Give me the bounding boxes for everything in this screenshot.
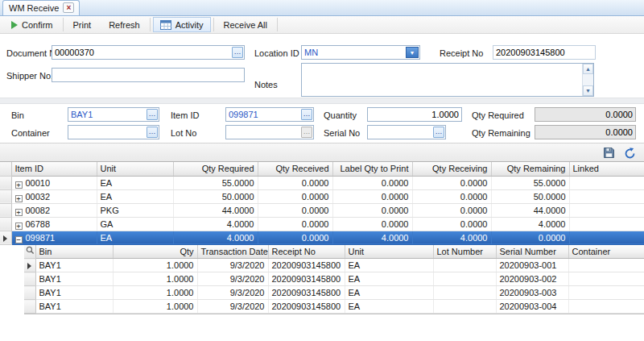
col-qty-received[interactable]: Qty Received xyxy=(258,162,332,176)
col-qty-remaining[interactable]: Qty Remaining xyxy=(491,162,569,176)
transactions-grid-cell[interactable]: BAY1 xyxy=(35,286,113,300)
items-grid-cell[interactable]: 4.0000 xyxy=(412,231,491,244)
items-grid-cell[interactable] xyxy=(569,189,644,203)
expand-icon[interactable]: + xyxy=(15,209,23,216)
subcol-unit[interactable]: Unit xyxy=(345,245,433,259)
row-indicator[interactable] xyxy=(0,217,11,231)
transactions-grid-cell[interactable]: BAY1 xyxy=(35,272,113,286)
notes-scrollbar[interactable]: ▲ ▼ xyxy=(582,64,593,96)
items-grid-cell[interactable]: 0.0000 xyxy=(412,217,491,231)
col-label-qty-to-print[interactable]: Label Qty to Print xyxy=(332,162,412,176)
items-grid-cell[interactable]: +00082 xyxy=(11,203,97,217)
items-grid-cell[interactable]: +00032 xyxy=(11,189,97,203)
bin-browse-icon[interactable]: … xyxy=(147,109,158,120)
scroll-up-icon[interactable]: ▲ xyxy=(583,64,593,74)
col-qty-required[interactable]: Qty Required xyxy=(173,162,258,176)
transactions-grid-cell[interactable] xyxy=(568,300,644,314)
subgrid-filter-cell[interactable] xyxy=(24,245,35,259)
transactions-grid-row[interactable]: BAY11.00009/3/202020200903145800EA202009… xyxy=(24,300,644,314)
transactions-grid-cell[interactable]: 20200903145800 xyxy=(268,259,345,272)
undo-button[interactable] xyxy=(621,144,638,160)
print-button[interactable]: Print xyxy=(64,16,101,33)
items-grid-cell[interactable]: +00010 xyxy=(11,176,97,189)
items-grid-cell[interactable]: 0.0000 xyxy=(491,231,569,244)
document-no-browse-icon[interactable]: … xyxy=(232,47,243,58)
transactions-grid-cell[interactable]: EA xyxy=(345,300,433,314)
items-grid-cell[interactable]: 0.0000 xyxy=(412,189,491,203)
items-grid-cell[interactable] xyxy=(569,217,644,231)
confirm-button[interactable]: Confirm xyxy=(2,16,62,33)
items-grid-cell[interactable]: 4.0000 xyxy=(173,231,258,244)
transactions-grid-cell[interactable]: BAY1 xyxy=(35,300,113,314)
transactions-grid-cell[interactable]: 20200903-002 xyxy=(496,272,568,286)
quantity-input[interactable] xyxy=(368,108,461,121)
transactions-grid-cell[interactable]: 9/3/2020 xyxy=(197,286,268,300)
row-indicator[interactable] xyxy=(0,231,11,244)
items-grid-row[interactable]: −099871EA4.00000.00004.00004.00000.0000 xyxy=(0,231,644,244)
items-grid-cell[interactable]: 55.0000 xyxy=(173,176,258,189)
col-item-id[interactable]: Item ID xyxy=(11,162,97,176)
subcol-qty[interactable]: Qty xyxy=(113,245,197,259)
transactions-grid-cell[interactable]: 9/3/2020 xyxy=(197,259,268,272)
items-grid-cell[interactable]: 0.0000 xyxy=(332,203,412,217)
transactions-grid-cell[interactable]: EA xyxy=(345,272,433,286)
row-indicator[interactable] xyxy=(24,259,35,272)
items-grid-cell[interactable] xyxy=(569,231,644,244)
items-grid-row[interactable]: +06788GA4.00000.00000.00000.00004.0000 xyxy=(0,217,644,231)
col-qty-receiving[interactable]: Qty Receiving xyxy=(412,162,491,176)
document-no-input[interactable] xyxy=(52,46,244,59)
subcol-transaction-date[interactable]: Transaction Date xyxy=(197,245,268,259)
transactions-grid-cell[interactable]: 20200903-003 xyxy=(496,286,568,300)
items-grid-cell[interactable]: 44.0000 xyxy=(491,203,569,217)
collapse-icon[interactable]: − xyxy=(15,236,23,243)
transactions-grid-cell[interactable]: 20200903-004 xyxy=(496,300,568,314)
transactions-grid-cell[interactable]: 1.0000 xyxy=(113,300,197,314)
transactions-grid-cell[interactable] xyxy=(568,272,644,286)
scroll-down-icon[interactable]: ▼ xyxy=(583,85,593,96)
transactions-grid-cell[interactable]: BAY1 xyxy=(35,259,113,272)
lot-no-input[interactable] xyxy=(226,126,313,139)
row-indicator[interactable] xyxy=(0,189,11,203)
transactions-grid-cell[interactable]: 1.0000 xyxy=(113,259,197,272)
items-grid-cell[interactable]: EA xyxy=(97,231,173,244)
transactions-grid-cell[interactable] xyxy=(433,259,496,272)
bin-input[interactable] xyxy=(68,108,159,121)
items-grid-cell[interactable]: 50.0000 xyxy=(173,189,258,203)
items-grid-cell[interactable]: 0.0000 xyxy=(412,176,491,189)
row-indicator[interactable] xyxy=(24,272,35,286)
tab-wm-receive[interactable]: WM Receive × xyxy=(2,0,80,15)
item-id-browse-icon[interactable]: … xyxy=(301,109,312,120)
refresh-button[interactable]: Refresh xyxy=(100,16,149,33)
items-grid-cell[interactable]: +06788 xyxy=(11,217,97,231)
transactions-grid-cell[interactable]: 20200903145800 xyxy=(268,300,345,314)
items-grid-cell[interactable]: 0.0000 xyxy=(258,189,332,203)
transactions-grid-cell[interactable]: 9/3/2020 xyxy=(197,300,268,314)
transactions-grid-row[interactable]: BAY11.00009/3/202020200903145800EA202009… xyxy=(24,272,644,286)
container-input[interactable] xyxy=(68,126,159,139)
transactions-grid-row[interactable]: BAY11.00009/3/202020200903145800EA202009… xyxy=(24,286,644,300)
items-grid-cell[interactable]: 0.0000 xyxy=(258,217,332,231)
transactions-grid-cell[interactable] xyxy=(433,286,496,300)
transactions-grid-row[interactable]: BAY11.00009/3/202020200903145800EA202009… xyxy=(24,259,644,272)
expand-icon[interactable]: + xyxy=(15,181,23,189)
container-browse-icon[interactable]: … xyxy=(147,127,158,138)
items-grid-cell[interactable]: GA xyxy=(97,217,173,231)
items-grid-row[interactable]: +00010EA55.00000.00000.00000.000055.0000 xyxy=(0,176,644,189)
items-grid-cell[interactable]: 55.0000 xyxy=(491,176,569,189)
items-grid-cell[interactable]: 4.0000 xyxy=(491,217,569,231)
col-linked[interactable]: Linked xyxy=(569,162,644,176)
items-grid-cell[interactable]: 0.0000 xyxy=(258,176,332,189)
location-id-input[interactable] xyxy=(302,46,419,59)
items-grid-cell[interactable]: 4.0000 xyxy=(173,217,258,231)
items-grid-cell[interactable]: PKG xyxy=(97,203,173,217)
items-grid-cell[interactable]: 0.0000 xyxy=(332,217,412,231)
subcol-container[interactable]: Container xyxy=(568,245,644,259)
items-grid-cell[interactable]: 4.0000 xyxy=(332,231,412,244)
close-icon[interactable]: × xyxy=(63,2,74,13)
items-grid-cell[interactable]: 0.0000 xyxy=(412,203,491,217)
expand-icon[interactable]: + xyxy=(15,222,23,230)
notes-input[interactable] xyxy=(302,64,582,96)
serial-no-browse-icon[interactable]: … xyxy=(433,127,444,138)
subcol-bin[interactable]: Bin xyxy=(35,245,113,259)
items-grid-cell[interactable] xyxy=(569,176,644,189)
